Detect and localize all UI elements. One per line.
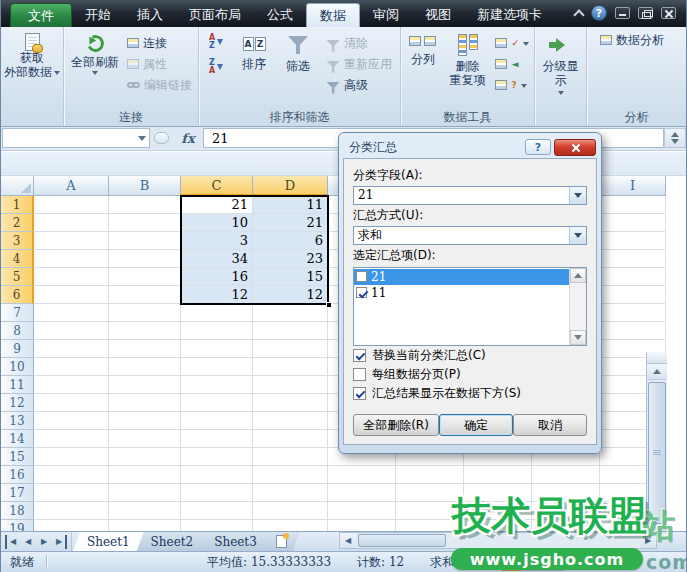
clear-filter-button[interactable]: 清除 — [323, 34, 395, 52]
row-header-17[interactable]: 17 — [1, 484, 34, 502]
filter-button[interactable]: 筛选 — [277, 31, 319, 73]
row-header-1[interactable]: 1 — [1, 196, 34, 214]
cell-H16[interactable] — [532, 466, 600, 484]
outline-button[interactable]: 分级显示 — [537, 31, 584, 95]
cell-I8[interactable] — [600, 322, 666, 340]
summary-below-checkbox-row[interactable]: 汇总结果显示在数据下方(S) — [353, 384, 587, 402]
cell-D10[interactable] — [253, 358, 328, 376]
cell-D12[interactable] — [253, 394, 328, 412]
cell-C3[interactable]: 3 — [181, 232, 253, 250]
cell-B17[interactable] — [109, 484, 181, 502]
row-header-11[interactable]: 11 — [1, 376, 34, 394]
cell-D15[interactable] — [253, 448, 328, 466]
tab-view[interactable]: 视图 — [412, 3, 464, 27]
row-header-5[interactable]: 5 — [1, 268, 34, 286]
first-sheet-button[interactable]: ◀ — [5, 535, 19, 549]
row-header-12[interactable]: 12 — [1, 394, 34, 412]
cell-D1[interactable]: 11 — [253, 196, 328, 214]
split-box[interactable] — [647, 352, 667, 364]
cell-A15[interactable] — [34, 448, 109, 466]
row-header-4[interactable]: 4 — [1, 250, 34, 268]
dialog-help-button[interactable]: ? — [525, 139, 551, 155]
cell-B13[interactable] — [109, 412, 181, 430]
previous-sheet-button[interactable]: ◀ — [21, 535, 35, 549]
cell-B7[interactable] — [109, 304, 181, 322]
cell-A6[interactable] — [34, 286, 109, 304]
cell-C14[interactable] — [181, 430, 253, 448]
tab-page-layout[interactable]: 页面布局 — [176, 3, 254, 27]
cell-I4[interactable] — [600, 250, 666, 268]
cell-C5[interactable]: 16 — [181, 268, 253, 286]
sheet-tab-sheet3[interactable]: Sheet3 — [200, 532, 271, 551]
page-break-checkbox[interactable] — [353, 368, 366, 381]
list-item-11[interactable]: 11 — [354, 285, 569, 301]
cell-C13[interactable] — [181, 412, 253, 430]
cell-E16[interactable] — [328, 466, 396, 484]
replace-current-checkbox-row[interactable]: 替换当前分类汇总(C) — [353, 347, 587, 365]
row-header-19[interactable]: 19 — [1, 520, 34, 531]
cell-I1[interactable] — [600, 196, 666, 214]
checkbox-item-21[interactable] — [356, 271, 367, 282]
name-box[interactable] — [2, 128, 150, 148]
tab-file[interactable]: 文件 — [10, 3, 72, 27]
vertical-scroll-thumb[interactable] — [648, 382, 666, 524]
tab-home[interactable]: 开始 — [72, 3, 124, 27]
column-header-D[interactable]: D — [253, 176, 328, 196]
method-combo-dropdown[interactable] — [569, 227, 586, 244]
cell-A7[interactable] — [34, 304, 109, 322]
cell-B15[interactable] — [109, 448, 181, 466]
tab-review[interactable]: 审阅 — [360, 3, 412, 27]
summary-below-checkbox[interactable] — [353, 387, 366, 400]
row-header-8[interactable]: 8 — [1, 322, 34, 340]
collapse-ribbon-icon[interactable] — [573, 9, 584, 20]
cell-F16[interactable] — [396, 466, 464, 484]
cell-C17[interactable] — [181, 484, 253, 502]
cell-D8[interactable] — [253, 322, 328, 340]
cell-B2[interactable] — [109, 214, 181, 232]
row-header-3[interactable]: 3 — [1, 232, 34, 250]
cell-A18[interactable] — [34, 502, 109, 520]
reapply-button[interactable]: 重新应用 — [323, 55, 395, 73]
sort-ascending-button[interactable]: AZ — [209, 34, 223, 50]
select-all-corner[interactable] — [1, 176, 34, 196]
remove-all-button[interactable]: 全部删除(R) — [353, 414, 439, 436]
name-box-dropdown-icon[interactable] — [138, 136, 146, 141]
text-to-columns-button[interactable]: 分列 — [403, 31, 443, 66]
cell-B9[interactable] — [109, 340, 181, 358]
properties-button[interactable]: 属性 — [124, 55, 195, 73]
cell-A4[interactable] — [34, 250, 109, 268]
cell-D11[interactable] — [253, 376, 328, 394]
tab-formulas[interactable]: 公式 — [254, 3, 306, 27]
last-sheet-button[interactable]: ▶ — [53, 535, 67, 549]
list-scroll-down[interactable] — [570, 330, 586, 345]
cell-I3[interactable] — [600, 232, 666, 250]
column-header-I[interactable]: I — [600, 176, 666, 196]
cell-A16[interactable] — [34, 466, 109, 484]
column-header-C[interactable]: C — [181, 176, 253, 196]
cell-D19[interactable] — [253, 520, 328, 531]
what-if-analysis-button[interactable]: ? — [492, 76, 529, 94]
cell-I5[interactable] — [600, 268, 666, 286]
row-header-16[interactable]: 16 — [1, 466, 34, 484]
cell-D6[interactable]: 12 — [253, 286, 328, 304]
consolidate-button[interactable]: ◄ — [492, 55, 521, 73]
insert-function-button[interactable]: fx — [173, 128, 203, 148]
sort-button[interactable]: AZ 排序 — [231, 31, 277, 71]
column-header-A[interactable]: A — [34, 176, 109, 196]
cell-E17[interactable] — [328, 484, 396, 502]
row-header-14[interactable]: 14 — [1, 430, 34, 448]
cell-A2[interactable] — [34, 214, 109, 232]
minimize-button[interactable] — [615, 7, 630, 19]
cell-B4[interactable] — [109, 250, 181, 268]
cell-C11[interactable] — [181, 376, 253, 394]
cell-E18[interactable] — [328, 502, 396, 520]
row-header-13[interactable]: 13 — [1, 412, 34, 430]
cell-C9[interactable] — [181, 340, 253, 358]
row-header-7[interactable]: 7 — [1, 304, 34, 322]
connections-button[interactable]: 连接 — [124, 34, 195, 52]
refresh-all-button[interactable]: 全部刷新 — [66, 31, 124, 75]
row-header-2[interactable]: 2 — [1, 214, 34, 232]
page-break-checkbox-row[interactable]: 每组数据分页(P) — [353, 365, 587, 383]
data-analysis-button[interactable]: 数据分析 — [597, 31, 667, 49]
cell-A12[interactable] — [34, 394, 109, 412]
